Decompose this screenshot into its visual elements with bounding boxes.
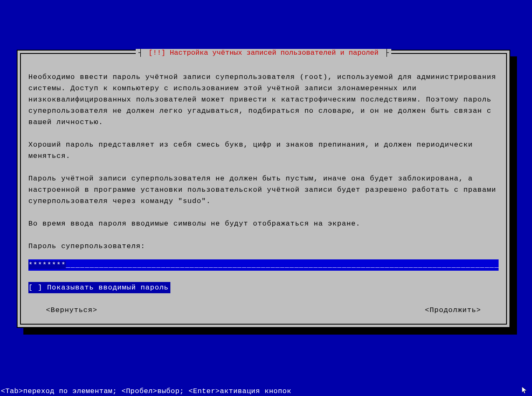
root-password-input[interactable]: ********________________________________… — [28, 259, 499, 271]
help-footer: <Tab>переход по элементам; <Пробел>выбор… — [0, 386, 532, 396]
dialog-border: ┤ [!!] Настройка учётных записей пользов… — [20, 53, 507, 325]
title-frame-left: ┤ — [138, 49, 142, 57]
installer-dialog: ┤ [!!] Настройка учётных записей пользов… — [17, 50, 510, 328]
password-fill: ________________________________________… — [66, 261, 499, 269]
paragraph-2: Хороший пароль представляет из себя смес… — [28, 139, 499, 162]
checkbox-state: [ ] — [28, 284, 43, 292]
space-text: выбор; — [157, 387, 189, 395]
tab-text: переход по элементам; — [23, 387, 122, 395]
password-prompt-label: Пароль суперпользователя: — [28, 241, 499, 252]
enter-key-hint: <Enter> — [189, 387, 220, 395]
paragraph-4: Во время ввода пароля вводимые символы н… — [28, 218, 499, 229]
paragraph-3: Пароль учётной записи суперпользователя … — [28, 173, 499, 207]
continue-button[interactable]: <Продолжить> — [425, 305, 481, 316]
show-password-checkbox[interactable]: [ ] Показывать вводимый пароль — [28, 282, 170, 293]
paragraph-1: Необходимо ввести пароль учётной записи … — [28, 71, 499, 128]
dialog-title-wrap: ┤ [!!] Настройка учётных записей пользов… — [21, 49, 506, 57]
checkbox-label: Показывать вводимый пароль — [47, 284, 169, 292]
dialog-title: [!!] Настройка учётных записей пользоват… — [147, 49, 380, 57]
tab-key-hint: <Tab> — [1, 387, 23, 395]
space-key-hint: <Пробел> — [122, 387, 157, 395]
button-row: <Вернуться> <Продолжить> — [28, 305, 499, 316]
title-frame-right: ├ — [385, 49, 389, 57]
mouse-cursor-icon — [522, 387, 529, 394]
enter-text: активация кнопок — [220, 387, 291, 395]
password-masked-value: ******** — [28, 261, 66, 269]
dialog-content: Необходимо ввести пароль учётной записи … — [21, 54, 506, 323]
back-button[interactable]: <Вернуться> — [46, 305, 97, 316]
